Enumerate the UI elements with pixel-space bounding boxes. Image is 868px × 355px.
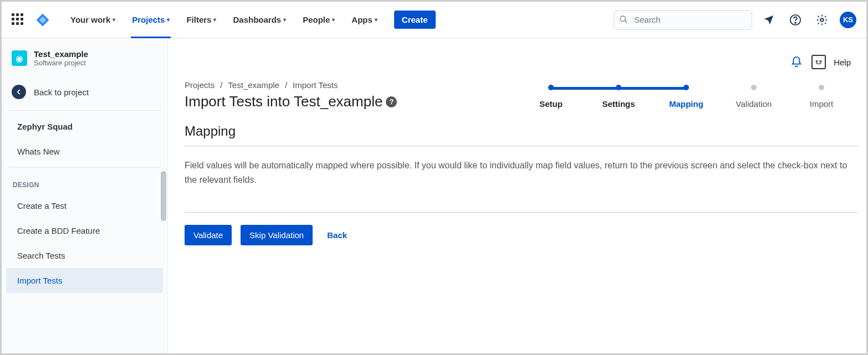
page-title: Import Tests into Test_example ? (185, 93, 495, 110)
nav-label: Projects (132, 15, 165, 24)
svg-point-3 (795, 22, 796, 23)
step-dot (819, 85, 824, 90)
step-dot (751, 85, 757, 90)
step-dot (683, 85, 689, 90)
separator (8, 167, 161, 168)
separator (8, 110, 161, 111)
main-content: Help Projects / Test_example / Import Te… (168, 38, 866, 353)
search-input[interactable] (614, 10, 752, 30)
validate-button[interactable]: Validate (185, 225, 232, 245)
search-wrap (614, 10, 752, 30)
create-button[interactable]: Create (394, 11, 436, 29)
chevron-down-icon: ▾ (375, 17, 377, 23)
nav-projects[interactable]: Projects▾ (125, 2, 176, 38)
section-title: Mapping (185, 124, 855, 143)
sidebar-create-test[interactable]: Create a Test (6, 193, 163, 218)
nav-your-work[interactable]: Your work▾ (64, 2, 122, 38)
breadcrumb-current: Import Tests (293, 80, 338, 90)
chevron-down-icon: ▾ (332, 17, 335, 23)
notifications-icon[interactable] (759, 10, 779, 30)
back-to-project[interactable]: Back to project (2, 77, 167, 107)
breadcrumb-projects[interactable]: Projects (185, 80, 215, 90)
search-icon (619, 15, 628, 26)
svg-point-4 (820, 18, 824, 22)
step-label: Setup (539, 99, 563, 109)
breadcrumb-project-name[interactable]: Test_example (228, 80, 279, 90)
step-validation[interactable]: Validation (720, 85, 788, 109)
breadcrumb-sep: / (220, 80, 222, 90)
svg-point-5 (816, 60, 818, 62)
nav-filters[interactable]: Filters▾ (180, 2, 223, 38)
svg-point-6 (820, 60, 821, 62)
step-import[interactable]: Import (788, 85, 855, 109)
chevron-down-icon: ▾ (113, 17, 115, 23)
sidebar-whats-new[interactable]: Whats New (6, 139, 163, 164)
sidebar-heading-design: DESIGN (2, 171, 167, 193)
feedback-icon[interactable] (811, 55, 826, 69)
back-arrow-icon (12, 85, 26, 99)
step-label: Mapping (669, 99, 703, 109)
svg-line-1 (625, 20, 627, 23)
sidebar: ◉ Test_example Software project Back to … (2, 38, 168, 353)
settings-icon[interactable] (812, 10, 832, 30)
app-root: Your work▾ Projects▾ Filters▾ Dashboards… (2, 2, 866, 353)
top-nav: Your work▾ Projects▾ Filters▾ Dashboards… (2, 2, 866, 38)
nav-people[interactable]: People▾ (296, 2, 341, 38)
chevron-down-icon: ▾ (167, 17, 170, 23)
stepper-column: Setup Settings Mapping (517, 69, 855, 109)
chevron-down-icon: ▾ (283, 17, 286, 23)
nav-apps[interactable]: Apps▾ (345, 2, 384, 38)
page-actions: Help (789, 55, 851, 69)
svg-point-0 (620, 16, 625, 21)
sidebar-search-tests[interactable]: Search Tests (6, 243, 163, 268)
main-top: Help (185, 55, 855, 69)
project-header: ◉ Test_example Software project (2, 49, 167, 77)
step-dot (616, 85, 621, 90)
chevron-down-icon: ▾ (213, 17, 216, 23)
user-avatar[interactable]: KS (840, 12, 856, 28)
app-switcher-icon[interactable] (12, 13, 25, 27)
body: ◉ Test_example Software project Back to … (2, 38, 866, 353)
button-row: Validate Skip Validation Back (185, 225, 855, 245)
step-dot (548, 85, 554, 90)
back-button[interactable]: Back (327, 230, 347, 240)
project-info: Test_example Software project (34, 49, 88, 67)
sidebar-create-bdd-feature[interactable]: Create a BDD Feature (6, 218, 163, 243)
skip-validation-button[interactable]: Skip Validation (241, 225, 313, 245)
project-name: Test_example (34, 49, 88, 59)
nav-label: Filters (186, 15, 211, 24)
nav-label: People (303, 15, 330, 24)
sidebar-zephyr-squad[interactable]: Zephyr Squad (6, 114, 163, 139)
rule (185, 146, 859, 146)
step-label: Validation (736, 99, 772, 109)
breadcrumb: Projects / Test_example / Import Tests (185, 80, 495, 90)
step-label: Import (810, 99, 834, 109)
nav-label: Apps (351, 15, 372, 24)
nav-label: Your work (70, 15, 110, 24)
help-question-icon[interactable]: ? (386, 96, 397, 107)
back-label: Back to project (34, 88, 89, 97)
left-column: Projects / Test_example / Import Tests I… (185, 69, 495, 110)
scrollbar-thumb[interactable] (161, 171, 166, 221)
jira-logo-icon[interactable] (35, 12, 50, 28)
breadcrumb-sep: / (285, 80, 287, 90)
step-label: Settings (602, 99, 635, 109)
help-label[interactable]: Help (834, 58, 851, 67)
help-icon[interactable] (785, 10, 805, 30)
project-icon: ◉ (12, 50, 27, 66)
nav-label: Dashboards (233, 15, 281, 24)
content-row: Projects / Test_example / Import Tests I… (185, 69, 855, 110)
bell-icon[interactable] (789, 55, 804, 69)
sidebar-import-tests[interactable]: Import Tests (6, 268, 163, 293)
project-type: Software project (34, 59, 88, 67)
rule (185, 212, 859, 213)
step-line (619, 87, 686, 90)
stepper: Setup Settings Mapping (517, 85, 855, 109)
nav-dashboards[interactable]: Dashboards▾ (226, 2, 293, 38)
section-description: Field values will be automatically mappe… (185, 158, 859, 187)
step-mapping[interactable]: Mapping (652, 85, 720, 109)
page-title-text: Import Tests into Test_example (185, 93, 382, 110)
